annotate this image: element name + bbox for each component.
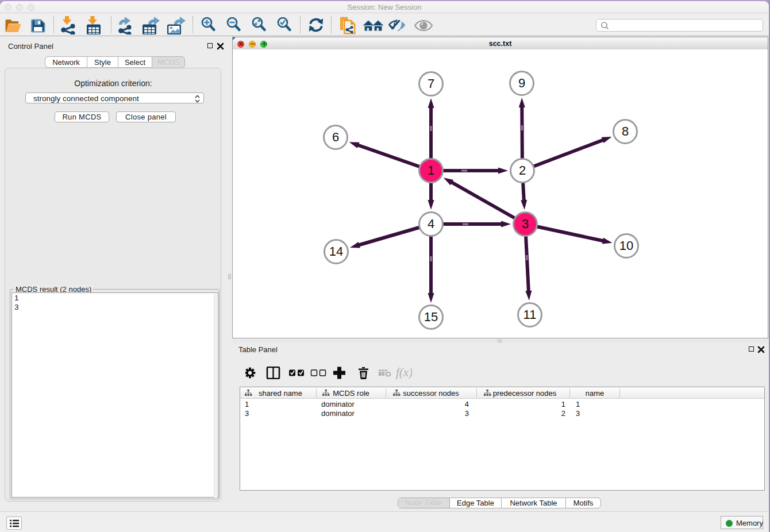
svg-text:2: 2 xyxy=(519,163,526,178)
svg-text:10: 10 xyxy=(619,238,633,253)
svg-text:4: 4 xyxy=(428,217,434,231)
svg-text:8: 8 xyxy=(622,124,629,138)
svg-text:11: 11 xyxy=(523,307,537,322)
svg-text:14: 14 xyxy=(329,244,343,259)
svg-text:15: 15 xyxy=(424,310,438,324)
svg-text:shared name: shared name xyxy=(259,389,302,398)
svg-text:predecessor nodes: predecessor nodes xyxy=(493,389,557,398)
svg-text:successor nodes: successor nodes xyxy=(403,389,459,398)
svg-text:MCDS role: MCDS role xyxy=(333,389,369,398)
svg-text:6: 6 xyxy=(332,130,339,144)
svg-text:3: 3 xyxy=(522,217,529,231)
svg-text:9: 9 xyxy=(518,76,525,90)
svg-text:f(x): f(x) xyxy=(396,367,412,379)
svg-text:1: 1 xyxy=(428,163,434,178)
svg-text:7: 7 xyxy=(428,76,434,91)
svg-text:name: name xyxy=(586,389,605,398)
